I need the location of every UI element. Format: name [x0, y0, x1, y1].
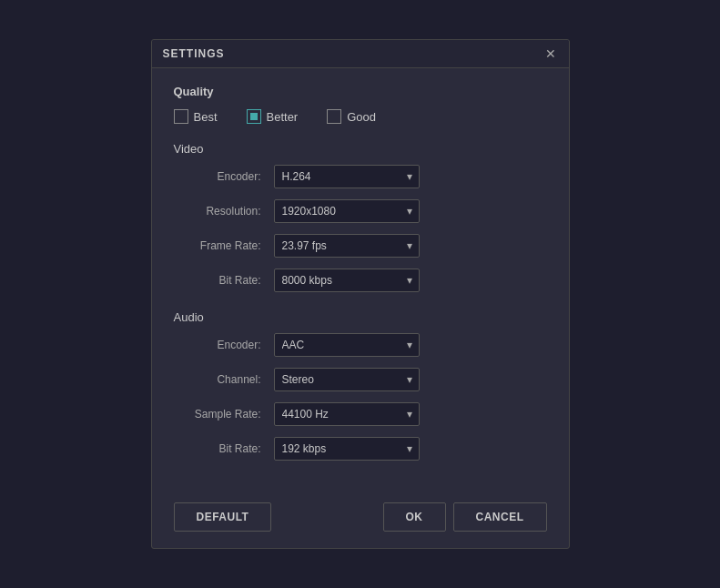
audio-encoder-row: Encoder: AAC MP3 PCM — [174, 333, 547, 357]
quality-best-option[interactable]: Best — [174, 109, 218, 124]
audio-channel-wrapper: Stereo Mono 5.1 — [274, 368, 420, 391]
quality-good-option[interactable]: Good — [327, 109, 376, 124]
video-bitrate-wrapper: 8000 kbps 4000 kbps 2000 kbps — [274, 269, 420, 292]
dialog-body: Quality Best Better Good — [152, 68, 569, 493]
cancel-button[interactable]: CANCEL — [453, 502, 547, 532]
audio-section: Audio Encoder: AAC MP3 PCM Channel: — [174, 310, 547, 461]
video-bitrate-label: Bit Rate: — [174, 274, 274, 287]
audio-channel-row: Channel: Stereo Mono 5.1 — [174, 368, 547, 391]
titlebar: SETTINGS ✕ — [152, 40, 569, 68]
quality-good-label: Good — [347, 110, 376, 124]
audio-samplerate-row: Sample Rate: 44100 Hz 48000 Hz 22050 Hz — [174, 402, 547, 426]
audio-bitrate-label: Bit Rate: — [174, 442, 274, 455]
video-resolution-row: Resolution: 1920x1080 1280x720 854x480 — [174, 199, 547, 223]
video-framerate-wrapper: 23.97 fps 24 fps 30 fps 60 fps — [274, 234, 420, 258]
video-bitrate-select[interactable]: 8000 kbps 4000 kbps 2000 kbps — [274, 269, 420, 292]
settings-dialog: SETTINGS ✕ Quality Best Better — [151, 39, 570, 549]
quality-best-label: Best — [194, 110, 218, 124]
video-framerate-select[interactable]: 23.97 fps 24 fps 30 fps 60 fps — [274, 234, 420, 258]
footer-right-buttons: OK CANCEL — [383, 502, 547, 532]
video-framerate-label: Frame Rate: — [174, 239, 274, 252]
default-button[interactable]: DEFAULT — [174, 502, 272, 532]
quality-better-checkbox[interactable] — [247, 109, 261, 124]
video-framerate-row: Frame Rate: 23.97 fps 24 fps 30 fps 60 f… — [174, 234, 547, 258]
video-label: Video — [174, 142, 547, 156]
video-resolution-wrapper: 1920x1080 1280x720 854x480 — [274, 199, 420, 223]
ok-button[interactable]: OK — [383, 502, 446, 532]
video-resolution-select[interactable]: 1920x1080 1280x720 854x480 — [274, 199, 420, 223]
close-button[interactable]: ✕ — [543, 47, 558, 60]
dialog-footer: DEFAULT OK CANCEL — [152, 493, 569, 548]
quality-options: Best Better Good — [174, 109, 547, 124]
audio-encoder-wrapper: AAC MP3 PCM — [274, 333, 420, 357]
quality-good-checkbox[interactable] — [327, 109, 341, 124]
video-encoder-label: Encoder: — [174, 170, 274, 183]
audio-channel-label: Channel: — [174, 373, 274, 386]
audio-samplerate-wrapper: 44100 Hz 48000 Hz 22050 Hz — [274, 402, 420, 426]
video-bitrate-row: Bit Rate: 8000 kbps 4000 kbps 2000 kbps — [174, 269, 547, 292]
audio-samplerate-label: Sample Rate: — [174, 408, 274, 421]
quality-better-option[interactable]: Better — [247, 109, 299, 124]
dialog-title: SETTINGS — [163, 47, 225, 60]
overlay: SETTINGS ✕ Quality Best Better — [0, 0, 720, 588]
audio-encoder-label: Encoder: — [174, 339, 274, 351]
video-encoder-row: Encoder: H.264 H.265 VP9 — [174, 165, 547, 188]
video-encoder-wrapper: H.264 H.265 VP9 — [274, 165, 420, 188]
audio-samplerate-select[interactable]: 44100 Hz 48000 Hz 22050 Hz — [274, 402, 420, 426]
quality-best-checkbox[interactable] — [174, 109, 188, 124]
audio-bitrate-select[interactable]: 192 kbps 128 kbps 320 kbps — [274, 437, 420, 461]
audio-bitrate-wrapper: 192 kbps 128 kbps 320 kbps — [274, 437, 420, 461]
video-resolution-label: Resolution: — [174, 205, 274, 218]
video-section: Video Encoder: H.264 H.265 VP9 Resolutio… — [174, 142, 547, 292]
video-encoder-select[interactable]: H.264 H.265 VP9 — [274, 165, 420, 188]
quality-section: Quality Best Better Good — [174, 85, 547, 124]
audio-label: Audio — [174, 310, 547, 324]
audio-bitrate-row: Bit Rate: 192 kbps 128 kbps 320 kbps — [174, 437, 547, 461]
quality-label: Quality — [174, 85, 547, 98]
quality-better-label: Better — [267, 110, 299, 124]
audio-encoder-select[interactable]: AAC MP3 PCM — [274, 333, 420, 357]
audio-channel-select[interactable]: Stereo Mono 5.1 — [274, 368, 420, 391]
